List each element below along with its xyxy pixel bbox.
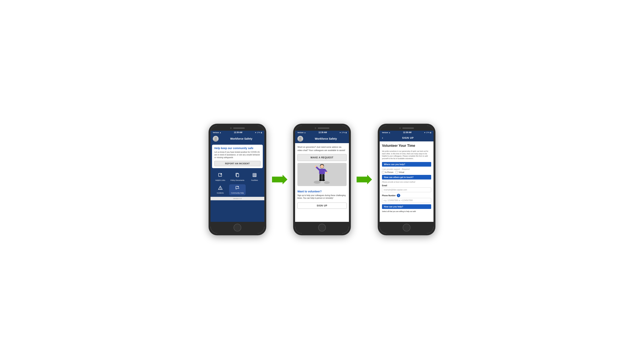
home-button-2[interactable] <box>318 224 326 231</box>
camera-3 <box>399 127 401 129</box>
svg-marker-20 <box>272 175 288 184</box>
svg-point-25 <box>320 165 324 168</box>
report-incident-button[interactable]: REPORT AN INCIDENT <box>214 161 260 166</box>
time-3: 12:38 AM <box>403 131 412 134</box>
required-label: Required <box>402 168 410 170</box>
incidents-label: Incidents <box>217 192 224 194</box>
community-help-label: Community Help <box>231 192 244 194</box>
avatar-1 <box>213 136 218 142</box>
svg-rect-32 <box>322 174 324 180</box>
battery-2: 27% <box>342 132 345 134</box>
carrier-2: Verizon <box>298 132 304 134</box>
phone-input[interactable]: e.g. 1234567890 or +1234567890 <box>382 198 431 203</box>
app-header-2: Workforce Safety <box>295 134 349 143</box>
make-request-button[interactable]: MAKE A REQUEST <box>298 154 346 161</box>
volunteer-time-desc: We pride ourselves in our generosity of … <box>382 150 431 160</box>
support-label: I can provide support: Required <box>382 168 431 170</box>
back-button[interactable]: ‹ <box>382 136 383 140</box>
nav-community-help[interactable]: Community Help <box>229 184 246 195</box>
home-button-1[interactable] <box>234 224 241 231</box>
time-1: 12:39 AM <box>234 131 242 134</box>
phone-label: Phone Number <box>382 194 396 197</box>
phone-1: Verizon ▲ 12:39 AM ➤ 27% ▮ Workforce Saf… <box>208 124 266 235</box>
phone-2: Verizon ▲ 12:39 AM ➤ 27% ▮ Workforce Saf… <box>293 124 351 235</box>
avatar-2 <box>298 136 303 142</box>
contact-desc: Please provide at least one contact meth… <box>382 181 431 183</box>
nav-policy-docs[interactable]: Policy Documents <box>229 172 246 183</box>
facilities-icon <box>252 173 257 179</box>
virtual-option[interactable]: Virtual <box>396 171 404 173</box>
nav-helpful-links[interactable]: Helpful Links <box>212 172 228 183</box>
community-help-icon <box>235 185 240 191</box>
support-type-field: I can provide support: Required In-Perso… <box>382 168 431 173</box>
gps-icon-1: ➤ <box>255 132 256 134</box>
virtual-checkbox[interactable] <box>396 171 398 173</box>
email-input[interactable]: example@fake.appian.com <box>382 187 431 192</box>
svg-point-36 <box>324 181 330 184</box>
phone2-content: Short on groceries? Just need some advic… <box>295 143 349 222</box>
arrow-1 <box>272 174 288 185</box>
svg-point-35 <box>314 181 321 184</box>
policy-docs-label: Policy Documents <box>230 179 244 182</box>
home-button-3[interactable] <box>403 224 410 231</box>
svg-line-3 <box>220 174 222 175</box>
policy-docs-icon <box>235 173 240 179</box>
battery-3: 27% <box>426 132 430 134</box>
banner-title: Help keep our community safe <box>214 147 260 150</box>
svg-point-22 <box>298 139 302 142</box>
speaker-1 <box>233 128 245 129</box>
gps-icon-3: ➤ <box>424 132 426 134</box>
phone-top-bar-2 <box>295 126 349 131</box>
phone-help-icon[interactable]: ? <box>397 194 400 197</box>
helpful-links-icon <box>218 173 222 179</box>
gps-icon-2: ➤ <box>340 132 341 134</box>
svg-point-28 <box>315 165 316 167</box>
phone-field-row: Phone Number ? e.g. 1234567890 or +12345… <box>382 194 431 203</box>
camera-2 <box>315 127 316 129</box>
app-title-1: Workforce Safety <box>220 137 262 140</box>
volunteer-section: Want to volunteer? Sign up to help your … <box>295 188 349 203</box>
in-person-option[interactable]: In-Person <box>382 171 393 173</box>
section-header-where: Where can you help? <box>382 162 431 167</box>
phone-bottom-1 <box>210 222 264 233</box>
battery-1: 27% <box>257 132 260 134</box>
time-2: 12:39 AM <box>318 131 327 134</box>
svg-rect-31 <box>320 174 322 180</box>
nav-facilities[interactable]: Facilities <box>246 172 263 183</box>
signup-body: Volunteer Your Time We pride ourselves i… <box>380 141 434 222</box>
virtual-label: Virtual <box>399 171 404 173</box>
carrier-3: Verizon <box>382 132 388 134</box>
nav-grid-1: Helpful Links Policy Documents <box>210 170 264 184</box>
speaker-3 <box>402 128 414 129</box>
svg-rect-26 <box>319 169 325 174</box>
speaker-2 <box>318 128 329 129</box>
svg-point-34 <box>322 180 325 181</box>
sign-up-button[interactable]: SIGN UP <box>298 203 346 209</box>
section-header-how: How can you help? <box>382 204 431 209</box>
email-field-row: Email example@fake.appian.com <box>382 184 431 192</box>
wifi-icon-3: ▲ <box>389 132 390 134</box>
in-person-label: In-Person <box>385 171 393 173</box>
wifi-icon-2: ▲ <box>304 132 306 134</box>
volunteer-title: Want to volunteer? <box>298 190 346 193</box>
banner-card: Help keep our community safe Let us know… <box>212 145 263 168</box>
phone-bottom-3 <box>380 222 434 233</box>
status-bar-3: Verizon ▲ 12:38 AM ➤ 27% ▮ <box>380 131 434 134</box>
battery-icon-2: ▮ <box>346 132 346 134</box>
svg-point-16 <box>220 189 220 189</box>
p2-intro-text: Short on groceries? Just need some advic… <box>295 143 349 154</box>
app-title-2: Workforce Safety <box>305 137 346 140</box>
svg-point-33 <box>319 180 322 181</box>
svg-rect-5 <box>236 174 239 177</box>
support-options: In-Person Virtual <box>382 171 431 173</box>
in-person-checkbox[interactable] <box>382 171 384 173</box>
nav-incidents[interactable]: Incidents <box>212 184 228 195</box>
battery-icon-3: ▮ <box>430 132 431 134</box>
svg-marker-37 <box>356 175 372 184</box>
phone-3: Verizon ▲ 12:38 AM ➤ 27% ▮ ‹ SIGN UP Vol… <box>378 124 436 235</box>
email-label: Email <box>382 184 431 187</box>
arrow-2 <box>356 174 372 185</box>
facilities-label: Facilities <box>251 179 258 182</box>
scene: Verizon ▲ 12:39 AM ➤ 27% ▮ Workforce Saf… <box>208 124 436 235</box>
status-bar-1: Verizon ▲ 12:39 AM ➤ 27% ▮ <box>210 131 264 134</box>
